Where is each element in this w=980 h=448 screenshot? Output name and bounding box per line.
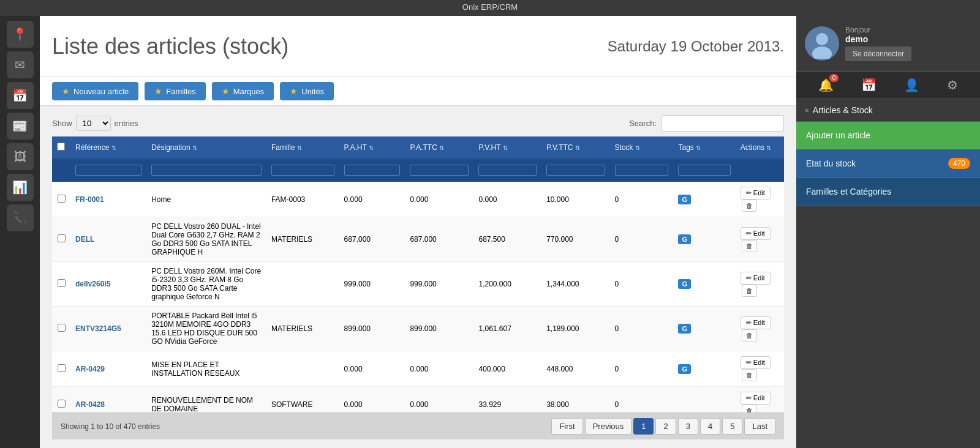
show-entries: Show 10 25 50 100 entries xyxy=(52,116,138,131)
col-designation[interactable]: Désignation ⇅ xyxy=(146,136,266,159)
etat-stock-sidebar-btn[interactable]: Etat du stock 470 xyxy=(796,149,980,178)
g-tag-badge[interactable]: G xyxy=(678,279,691,289)
user-icon-right[interactable]: 👤 xyxy=(904,78,919,92)
filter-reference-input[interactable] xyxy=(75,165,141,176)
disconnect-button[interactable]: Se déconnecter xyxy=(845,47,911,61)
first-page-button[interactable]: First xyxy=(551,418,582,435)
calendar-icon-right[interactable]: 📅 xyxy=(861,78,876,92)
col-paht[interactable]: P.A.HT ⇅ xyxy=(339,136,405,159)
page-5-button[interactable]: 5 xyxy=(722,418,742,435)
row-reference: AR-0428 xyxy=(70,387,146,413)
filter-pvttc-input[interactable] xyxy=(546,165,605,176)
delete-button-5[interactable]: 🗑 xyxy=(742,405,757,413)
page-3-button[interactable]: 3 xyxy=(678,418,698,435)
delete-button-1[interactable]: 🗑 xyxy=(742,240,757,252)
table-row: AR-0429 MISE EN PLACE ET INSTALLATION RE… xyxy=(52,351,784,387)
row-pvttc: 10.000 xyxy=(541,182,609,217)
sidebar-icon-map[interactable]: 📍 xyxy=(7,21,34,48)
sidebar-icon-stats[interactable]: 📊 xyxy=(7,174,34,201)
filter-designation-input[interactable] xyxy=(151,165,262,176)
select-all-checkbox[interactable] xyxy=(57,143,65,151)
nouveau-article-button[interactable]: ★ Nouveau article xyxy=(52,82,138,100)
delete-button-4[interactable]: 🗑 xyxy=(742,369,757,381)
filter-tags-input[interactable] xyxy=(678,165,730,176)
col-pvht[interactable]: P.V.HT ⇅ xyxy=(473,136,541,159)
delete-button-0[interactable]: 🗑 xyxy=(742,200,757,212)
col-pattc[interactable]: P.A.TTC ⇅ xyxy=(405,136,473,159)
row-tags: G xyxy=(673,262,735,307)
col-tags[interactable]: Tags ⇅ xyxy=(673,136,735,159)
g-tag-badge[interactable]: G xyxy=(678,324,691,334)
page-1-button[interactable]: 1 xyxy=(633,418,654,435)
g-tag-badge[interactable]: G xyxy=(678,364,691,374)
filter-pvht-input[interactable] xyxy=(478,165,537,176)
col-famille[interactable]: Famille ⇅ xyxy=(266,136,339,159)
entries-label: entries xyxy=(115,119,138,128)
edit-button-4[interactable]: ✏ Edit xyxy=(741,356,771,369)
page-4-button[interactable]: 4 xyxy=(700,418,720,435)
edit-button-1[interactable]: ✏ Edit xyxy=(741,227,771,240)
sidebar-icon-news[interactable]: 📰 xyxy=(7,113,34,140)
last-page-button[interactable]: Last xyxy=(744,418,775,435)
sidebar-icon-calendar[interactable]: 📅 xyxy=(7,82,34,109)
row-checkbox-4[interactable] xyxy=(58,364,66,372)
left-sidebar: 📍 ✉ 📅 📰 🖼 📊 📞 xyxy=(0,16,40,448)
unites-button[interactable]: ★ Unités xyxy=(280,82,334,100)
delete-button-3[interactable]: 🗑 xyxy=(742,329,757,342)
g-tag-badge[interactable]: G xyxy=(678,234,691,244)
sidebar-icon-mail[interactable]: ✉ xyxy=(7,51,34,78)
user-avatar xyxy=(805,26,839,61)
row-checkbox-3[interactable] xyxy=(58,324,66,332)
previous-page-button[interactable]: Previous xyxy=(585,418,632,435)
row-pvht: 33.929 xyxy=(473,387,541,413)
ajouter-article-sidebar-btn[interactable]: Ajouter un article xyxy=(796,122,980,149)
svg-point-1 xyxy=(812,47,832,59)
filter-famille-input[interactable] xyxy=(271,165,334,176)
familles-button[interactable]: ★ Familles xyxy=(145,82,205,100)
pagination-buttons: First Previous 1 2 3 4 5 Last xyxy=(551,418,775,435)
toolbar: ★ Nouveau article ★ Familles ★ Marques ★… xyxy=(40,77,796,106)
settings-icon[interactable]: ⚙ xyxy=(947,78,958,92)
edit-button-5[interactable]: ✏ Edit xyxy=(741,392,771,405)
sidebar-icon-phone[interactable]: 📞 xyxy=(7,204,34,231)
col-stock[interactable]: Stock ⇅ xyxy=(610,136,674,159)
delete-button-2[interactable]: 🗑 xyxy=(742,285,757,297)
g-tag-badge[interactable]: G xyxy=(678,195,691,204)
marques-button[interactable]: ★ Marques xyxy=(212,82,274,100)
col-actions[interactable]: Actions ⇅ xyxy=(736,136,784,159)
search-input[interactable] xyxy=(662,115,784,132)
filter-stock-input[interactable] xyxy=(615,165,669,176)
row-checkbox-cell xyxy=(52,307,70,351)
edit-button-3[interactable]: ✏ Edit xyxy=(741,316,771,329)
page-date: Saturday 19 October 2013. xyxy=(608,38,784,55)
right-sidebar-title: « Articles & Stock xyxy=(796,99,980,122)
star-icon-marques: ★ xyxy=(222,86,230,96)
edit-button-2[interactable]: ✏ Edit xyxy=(741,272,771,285)
filter-paht-input[interactable] xyxy=(344,165,401,176)
familles-categories-sidebar-btn[interactable]: Familles et Catégories xyxy=(796,178,980,206)
row-tags: G xyxy=(673,307,735,351)
filter-pattc-input[interactable] xyxy=(410,165,469,176)
pagination-bar: Showing 1 to 10 of 470 entries First Pre… xyxy=(52,413,784,439)
row-actions: ✏ Edit 🗑 xyxy=(736,351,784,387)
edit-button-0[interactable]: ✏ Edit xyxy=(741,187,771,200)
notifications-icon[interactable]: 🔔 0 xyxy=(818,78,834,92)
row-pvht: 1,200.000 xyxy=(473,262,541,307)
row-checkbox-1[interactable] xyxy=(58,234,66,242)
marques-label: Marques xyxy=(233,87,265,96)
entries-select[interactable]: 10 25 50 100 xyxy=(76,116,111,131)
row-actions: ✏ Edit 🗑 xyxy=(736,262,784,307)
filter-pvht xyxy=(473,159,541,182)
row-checkbox-2[interactable] xyxy=(58,279,66,287)
row-checkbox-5[interactable] xyxy=(58,400,66,408)
col-pvttc[interactable]: P.V.TTC ⇅ xyxy=(541,136,609,159)
pagination-info: Showing 1 to 10 of 470 entries xyxy=(61,422,160,431)
col-reference[interactable]: Référence ⇅ xyxy=(70,136,146,159)
sidebar-icon-image[interactable]: 🖼 xyxy=(7,143,34,170)
row-checkbox-0[interactable] xyxy=(58,195,66,203)
row-famille xyxy=(266,262,339,307)
row-designation: RENOUVELLEMENT DE NOM DE DOMAINE xyxy=(146,387,266,413)
collapse-icon[interactable]: « xyxy=(805,106,809,114)
page-2-button[interactable]: 2 xyxy=(655,418,676,435)
articles-table: Référence ⇅ Désignation ⇅ Famille ⇅ P.A.… xyxy=(52,136,784,413)
